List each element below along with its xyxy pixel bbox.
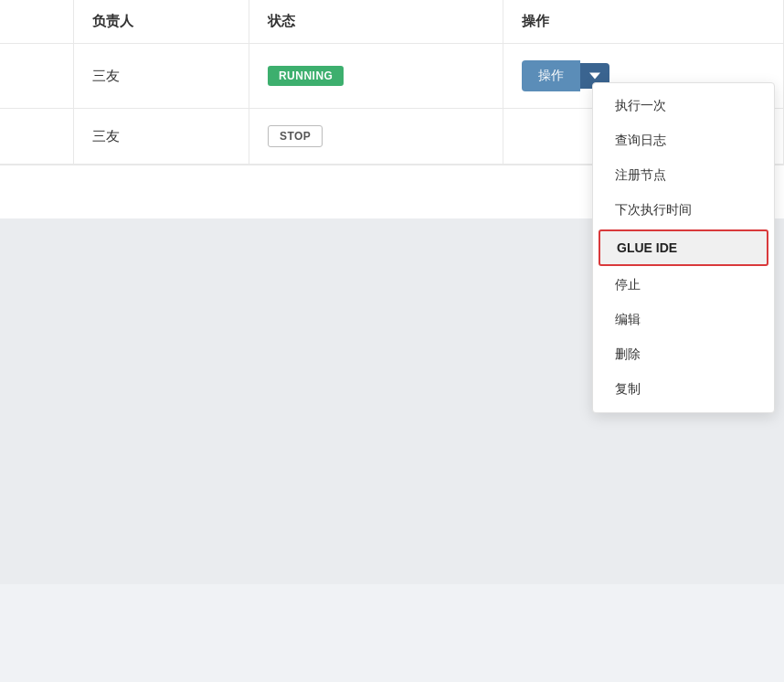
status-badge-stop: STOP (268, 125, 323, 147)
menu-item-query-log[interactable]: 查询日志 (593, 123, 774, 158)
menu-item-next-exec-time[interactable]: 下次执行时间 (593, 193, 774, 228)
action-main-button[interactable]: 操作 (522, 60, 580, 91)
menu-item-register-node[interactable]: 注册节点 (593, 158, 774, 193)
menu-item-execute-once[interactable]: 执行一次 (593, 89, 774, 123)
col-status: 状态 (249, 0, 503, 44)
row2-status: STOP (249, 109, 503, 165)
col-owner: 负责人 (73, 0, 249, 44)
menu-item-delete[interactable]: 删除 (593, 337, 774, 372)
dropdown-menu: 执行一次 查询日志 注册节点 下次执行时间 GLUE IDE 停止 编辑 删除 … (592, 82, 775, 413)
col-action: 操作 (503, 0, 784, 44)
col-empty (0, 0, 73, 44)
menu-item-copy[interactable]: 复制 (593, 372, 774, 407)
row2-index (0, 109, 73, 165)
row1-status: RUNNING (249, 44, 503, 109)
row1-owner: 三友 (73, 44, 249, 109)
row1-index (0, 44, 73, 109)
menu-item-edit[interactable]: 编辑 (593, 303, 774, 337)
chevron-down-icon (589, 70, 600, 81)
row2-owner: 三友 (73, 109, 249, 165)
status-badge-running: RUNNING (268, 66, 344, 86)
menu-item-stop[interactable]: 停止 (593, 268, 774, 303)
menu-item-glue-ide[interactable]: GLUE IDE (599, 229, 768, 266)
